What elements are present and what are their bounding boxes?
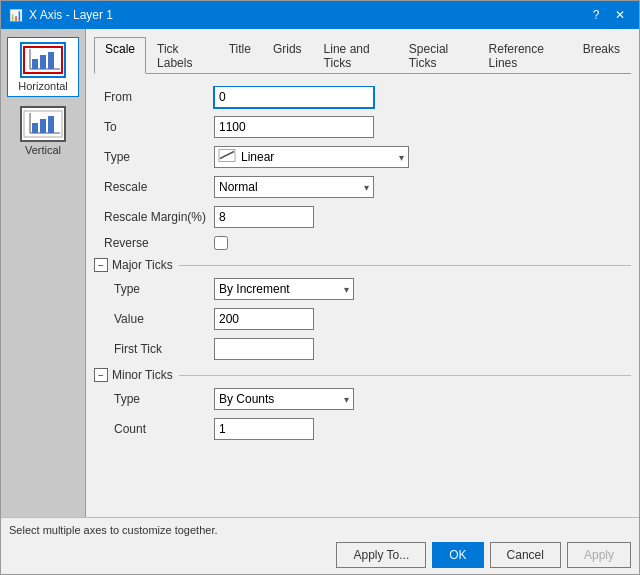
apply-button[interactable]: Apply	[567, 542, 631, 568]
ok-button[interactable]: OK	[432, 542, 483, 568]
type-row: Type Linear Log10 Ln Log2	[94, 146, 631, 168]
rescale-label: Rescale	[94, 180, 214, 194]
title-bar: 📊 X Axis - Layer 1 ? ✕	[1, 1, 639, 29]
minor-ticks-section-header: − Minor Ticks	[94, 368, 631, 382]
from-row: From	[94, 86, 631, 108]
title-bar-left: 📊 X Axis - Layer 1	[9, 8, 113, 22]
reverse-row: Reverse	[94, 236, 631, 250]
rescale-row: Rescale Normal Auto Fixed	[94, 176, 631, 198]
from-input[interactable]	[214, 86, 374, 108]
rescale-margin-input[interactable]	[214, 206, 314, 228]
major-value-row: Value	[94, 308, 631, 330]
major-ticks-collapse-icon[interactable]: −	[94, 258, 108, 272]
first-tick-input[interactable]	[214, 338, 314, 360]
minor-type-row: Type By Counts By Increment None	[94, 388, 631, 410]
window-title: X Axis - Layer 1	[29, 8, 113, 22]
to-row: To	[94, 116, 631, 138]
sidebar-label-horizontal: Horizontal	[18, 80, 68, 92]
svg-rect-10	[32, 123, 38, 133]
bottom-bar: Select multiple axes to customize togeth…	[1, 517, 639, 574]
horizontal-chart-icon	[20, 42, 66, 78]
window-icon: 📊	[9, 9, 23, 22]
rescale-select[interactable]: Normal Auto Fixed	[214, 176, 374, 198]
major-ticks-section-header: − Major Ticks	[94, 258, 631, 272]
major-type-select-wrapper: By Increment By Number of Ticks Manual	[214, 278, 354, 300]
form-area: From To Type Linear Log10 Ln	[94, 86, 631, 509]
main-content: Scale Tick Labels Title Grids Line and T…	[86, 29, 639, 517]
main-window: 📊 X Axis - Layer 1 ? ✕	[0, 0, 640, 575]
rescale-select-wrapper: Normal Auto Fixed	[214, 176, 374, 198]
button-row: Apply To... OK Cancel Apply	[9, 542, 631, 568]
minor-ticks-line	[179, 375, 631, 376]
major-ticks-line	[179, 265, 631, 266]
reverse-label: Reverse	[94, 236, 214, 250]
sidebar-item-horizontal[interactable]: Horizontal	[7, 37, 79, 97]
major-ticks-label: Major Ticks	[112, 258, 173, 272]
close-button[interactable]: ✕	[609, 5, 631, 25]
title-bar-controls: ? ✕	[585, 5, 631, 25]
svg-rect-12	[48, 116, 54, 133]
count-row: Count	[94, 418, 631, 440]
status-text: Select multiple axes to customize togeth…	[9, 524, 631, 536]
count-input[interactable]	[214, 418, 314, 440]
rescale-margin-label: Rescale Margin(%)	[94, 210, 214, 224]
minor-ticks-collapse-icon[interactable]: −	[94, 368, 108, 382]
tab-tick-labels[interactable]: Tick Labels	[146, 37, 218, 74]
svg-rect-3	[32, 59, 38, 69]
tab-special-ticks[interactable]: Special Ticks	[398, 37, 478, 74]
major-value-input[interactable]	[214, 308, 314, 330]
to-label: To	[94, 120, 214, 134]
sidebar-label-vertical: Vertical	[25, 144, 61, 156]
horizontal-chart-svg	[22, 45, 64, 75]
first-tick-row: First Tick	[94, 338, 631, 360]
minor-type-select-wrapper: By Counts By Increment None	[214, 388, 354, 410]
svg-rect-4	[40, 55, 46, 69]
help-button[interactable]: ?	[585, 5, 607, 25]
type-select-wrapper: Linear Log10 Ln Log2	[214, 146, 409, 168]
first-tick-label: First Tick	[94, 342, 214, 356]
major-type-select[interactable]: By Increment By Number of Ticks Manual	[214, 278, 354, 300]
apply-to-button[interactable]: Apply To...	[336, 542, 426, 568]
rescale-margin-row: Rescale Margin(%)	[94, 206, 631, 228]
svg-rect-11	[40, 119, 46, 133]
count-label: Count	[94, 422, 214, 436]
sidebar-item-vertical[interactable]: Vertical	[7, 101, 79, 161]
minor-ticks-label: Minor Ticks	[112, 368, 173, 382]
reverse-checkbox[interactable]	[214, 236, 228, 250]
major-value-label: Value	[94, 312, 214, 326]
vertical-chart-svg	[22, 109, 64, 139]
to-input[interactable]	[214, 116, 374, 138]
tab-bar: Scale Tick Labels Title Grids Line and T…	[94, 37, 631, 74]
major-type-label: Type	[94, 282, 214, 296]
minor-type-select[interactable]: By Counts By Increment None	[214, 388, 354, 410]
window-body: Horizontal Vertical	[1, 29, 639, 517]
tab-grids[interactable]: Grids	[262, 37, 313, 74]
tab-line-and-ticks[interactable]: Line and Ticks	[313, 37, 398, 74]
type-label: Type	[94, 150, 214, 164]
major-type-row: Type By Increment By Number of Ticks Man…	[94, 278, 631, 300]
svg-rect-5	[48, 52, 54, 69]
minor-type-label: Type	[94, 392, 214, 406]
vertical-chart-icon	[20, 106, 66, 142]
from-label: From	[94, 90, 214, 104]
tab-scale[interactable]: Scale	[94, 37, 146, 74]
sidebar: Horizontal Vertical	[1, 29, 86, 517]
cancel-button[interactable]: Cancel	[490, 542, 561, 568]
tab-breaks[interactable]: Breaks	[572, 37, 631, 74]
type-select[interactable]: Linear Log10 Ln Log2	[214, 146, 409, 168]
tab-title[interactable]: Title	[218, 37, 262, 74]
tab-reference-lines[interactable]: Reference Lines	[478, 37, 572, 74]
